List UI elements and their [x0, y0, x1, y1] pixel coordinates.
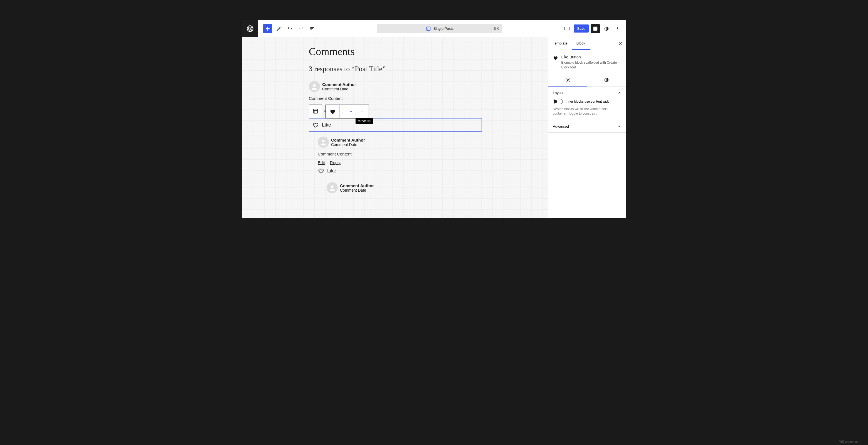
comment-header: Comment Author Comment Date: [309, 81, 481, 92]
drag-handle[interactable]: [339, 105, 347, 118]
svg-point-20: [362, 113, 363, 114]
subtab-styles[interactable]: [587, 74, 626, 87]
tooltip: Move up: [355, 118, 373, 124]
redo-icon: [298, 26, 304, 31]
heart-icon: [330, 108, 336, 115]
move-up-button[interactable]: [347, 105, 355, 118]
comment-author: Comment Author: [322, 82, 356, 87]
block-toolbar-row: R: [309, 104, 481, 118]
svg-point-21: [322, 140, 324, 142]
heart-outline-icon: [318, 168, 324, 174]
styles-button[interactable]: [602, 24, 611, 33]
styles-icon: [604, 77, 609, 83]
like-label: Like: [322, 122, 331, 128]
content-width-toggle[interactable]: [553, 99, 563, 104]
chevron-down-icon: [617, 124, 621, 128]
comment-content: Comment Content: [318, 152, 481, 156]
svg-point-16: [342, 112, 343, 113]
avatar: [318, 136, 329, 148]
gear-icon: [565, 77, 570, 83]
styles-icon: [604, 26, 609, 31]
comment-date: Comment Date: [322, 87, 356, 91]
edit-tool-button[interactable]: [274, 24, 283, 33]
desktop-icon: [564, 26, 570, 32]
comment-date: Comment Date: [340, 188, 374, 192]
panel-layout-header[interactable]: Layout: [553, 91, 621, 95]
svg-point-8: [617, 28, 618, 29]
svg-point-14: [342, 111, 343, 111]
options-button[interactable]: [613, 24, 622, 33]
svg-rect-11: [313, 109, 318, 114]
block-toolbar: [326, 104, 369, 119]
block-card-description: Example block scaffolded with Create Blo…: [561, 60, 621, 70]
svg-point-15: [344, 111, 344, 111]
toggle-label: Inner blocks use content width: [566, 100, 610, 103]
save-button[interactable]: Save: [574, 25, 589, 33]
tab-block[interactable]: Block: [572, 37, 590, 50]
layout-icon: [312, 108, 318, 114]
layout-hint: Nested blocks will fill the width of thi…: [553, 107, 621, 116]
svg-point-25: [567, 79, 568, 81]
select-parent-button[interactable]: [309, 104, 322, 118]
svg-rect-3: [565, 27, 569, 30]
svg-point-9: [617, 30, 618, 30]
chevron-up-icon: [349, 109, 353, 114]
svg-point-18: [362, 110, 363, 111]
comments-subheading: 3 responses to “Post Title”: [309, 65, 481, 73]
view-desktop-button[interactable]: [562, 24, 571, 33]
comment-content: Comment Content: [309, 96, 481, 101]
sidebar-tabs: Template Block: [548, 37, 626, 50]
avatar: [327, 182, 338, 193]
comment-author: Comment Author: [331, 138, 365, 142]
wordpress-logo[interactable]: [242, 20, 258, 37]
more-vertical-icon: [359, 109, 365, 114]
panel-layout-title: Layout: [553, 91, 564, 95]
edit-link[interactable]: Edit: [318, 160, 325, 165]
panel-advanced: Advanced: [548, 120, 626, 133]
tab-template[interactable]: Template: [548, 37, 572, 50]
sidebar-subtabs: [548, 74, 626, 87]
block-card: Like Button Example block scaffolded wit…: [548, 50, 626, 74]
person-icon: [328, 184, 336, 192]
toolbar-left-group: [258, 24, 317, 33]
chevron-up-icon: [617, 91, 621, 95]
block-card-title: Like Button: [561, 55, 621, 59]
undo-icon: [287, 26, 293, 31]
svg-point-17: [344, 112, 344, 113]
wordpress-icon: [246, 25, 254, 33]
document-bar[interactable]: Single Posts ⌘K: [377, 24, 502, 33]
editor-body: Comments 3 responses to “Post Title” Com…: [242, 37, 626, 218]
undo-button[interactable]: [285, 24, 294, 33]
comment-item: Comment Author Comment Date Comment Cont…: [309, 81, 481, 132]
svg-point-19: [362, 111, 363, 112]
block-type-button[interactable]: [326, 105, 339, 118]
layout-icon: [426, 26, 431, 31]
panel-advanced-title: Advanced: [553, 124, 569, 128]
list-view-button[interactable]: [308, 24, 317, 33]
comments-heading: Comments: [309, 45, 481, 58]
toggle-knob: [554, 100, 557, 103]
comment-header: Comment Author Comment Date: [327, 182, 481, 193]
person-icon: [319, 138, 327, 146]
comment-header: Comment Author Comment Date: [318, 136, 481, 148]
avatar: [309, 81, 320, 92]
comment-item: Comment Author Comment Date Comment Cont…: [318, 136, 481, 179]
person-icon: [310, 83, 318, 90]
add-block-button[interactable]: [263, 24, 272, 33]
editor-canvas[interactable]: Comments 3 responses to “Post Title” Com…: [242, 37, 548, 218]
comment-author: Comment Author: [340, 183, 374, 188]
panel-layout: Layout Inner blocks use content width Ne…: [548, 87, 626, 120]
top-toolbar: Single Posts ⌘K Save: [242, 20, 626, 37]
like-block[interactable]: Like: [318, 168, 481, 179]
close-sidebar-button[interactable]: [617, 40, 624, 47]
panel-advanced-header[interactable]: Advanced: [553, 124, 621, 128]
settings-sidebar-button[interactable]: [591, 24, 600, 33]
subtab-settings[interactable]: [548, 74, 587, 87]
comment-actions: Edit Reply: [318, 160, 481, 165]
like-block-selected[interactable]: Like: [309, 118, 482, 132]
reply-link[interactable]: Reply: [330, 160, 341, 165]
block-options-button[interactable]: [355, 105, 369, 118]
redo-button[interactable]: [297, 24, 306, 33]
heart-icon: [553, 55, 558, 61]
toolbar-center: Single Posts ⌘K: [317, 24, 562, 33]
